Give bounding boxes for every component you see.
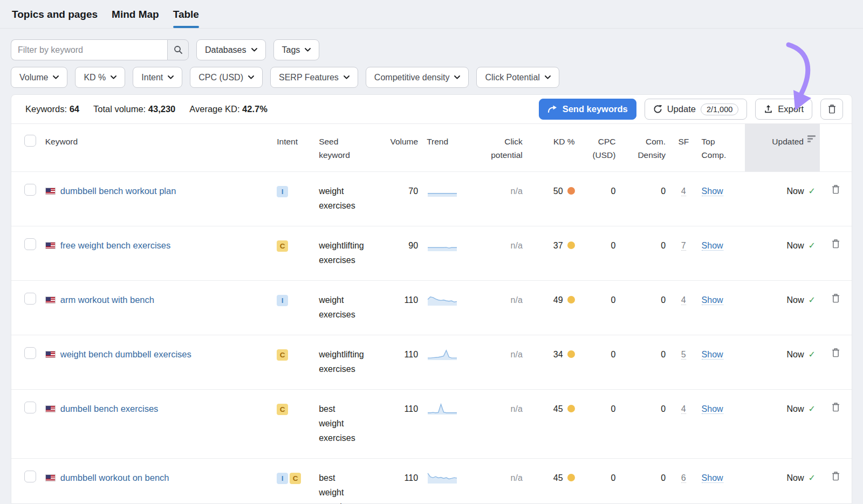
- serp-features-count[interactable]: 7: [681, 241, 686, 251]
- databases-dropdown[interactable]: Databases: [196, 39, 266, 60]
- chevron-down-icon: [53, 75, 59, 79]
- intent-badge[interactable]: C: [277, 404, 288, 415]
- col-header-seed-keyword[interactable]: Seed keyword: [314, 124, 378, 172]
- kd-filter-label: KD %: [84, 73, 106, 82]
- keywords-table: Keyword Intent Seed keyword Volume Trend…: [11, 124, 852, 504]
- updated-check-icon: ✓: [809, 404, 816, 413]
- row-checkbox[interactable]: [24, 238, 36, 250]
- row-checkbox[interactable]: [24, 347, 36, 359]
- intent-badge[interactable]: I: [277, 186, 288, 197]
- keyword-filter-input[interactable]: [11, 39, 167, 60]
- delete-keyword-button[interactable]: [831, 238, 841, 251]
- cpc-value: 0: [579, 226, 620, 281]
- intent-filter-dropdown[interactable]: Intent: [133, 67, 182, 88]
- serp-features-filter-dropdown[interactable]: SERP Features: [270, 67, 358, 88]
- intent-badge[interactable]: I: [277, 473, 288, 484]
- col-header-sf[interactable]: SF: [670, 124, 697, 172]
- click-potential-value: n/a: [511, 295, 523, 305]
- kd-filter-dropdown[interactable]: KD %: [75, 67, 125, 88]
- volume-filter-label: Volume: [19, 73, 48, 82]
- col-header-volume[interactable]: Volume: [378, 124, 422, 172]
- serp-features-count[interactable]: 4: [681, 404, 686, 414]
- us-flag-icon: [45, 296, 56, 303]
- delete-selected-button[interactable]: [820, 99, 843, 120]
- export-button[interactable]: Export: [755, 99, 812, 120]
- serp-features-count[interactable]: 6: [681, 473, 686, 483]
- trash-icon: [832, 185, 840, 194]
- seed-keyword: best weight exercises: [319, 402, 359, 445]
- row-checkbox[interactable]: [24, 471, 36, 482]
- send-keywords-button[interactable]: Send keywords: [539, 99, 636, 120]
- keyword-link[interactable]: arm workout with bench: [60, 293, 154, 307]
- update-button[interactable]: Update 2/1,000: [645, 99, 748, 120]
- updated-check-icon: ✓: [809, 473, 816, 482]
- col-header-kd[interactable]: KD %: [527, 124, 579, 172]
- trash-icon: [832, 403, 840, 412]
- serp-features-count[interactable]: 5: [681, 350, 686, 360]
- cpc-filter-label: CPC (USD): [198, 73, 243, 82]
- seed-keyword: weightlifting exercises: [319, 347, 359, 376]
- updated-value: Now: [787, 241, 804, 250]
- col-header-intent[interactable]: Intent: [272, 124, 314, 172]
- delete-keyword-button[interactable]: [831, 184, 841, 197]
- keyword-link[interactable]: dumbbell workout on bench: [60, 471, 169, 485]
- keyword-link[interactable]: weight bench dumbbell exercises: [60, 347, 191, 362]
- trash-icon: [832, 294, 840, 303]
- row-checkbox[interactable]: [24, 402, 36, 413]
- seed-keyword: weightlifting exercises: [319, 238, 359, 267]
- us-flag-icon: [45, 242, 56, 249]
- col-header-updated[interactable]: Updated: [745, 124, 820, 172]
- row-checkbox[interactable]: [24, 184, 36, 196]
- refresh-icon: [653, 105, 662, 114]
- trend-sparkline: [427, 293, 458, 311]
- keyword-link[interactable]: dumbbell bench workout plan: [60, 184, 176, 198]
- top-competitors-show-link[interactable]: Show: [702, 350, 723, 360]
- intent-badge[interactable]: C: [277, 240, 288, 252]
- top-competitors-show-link[interactable]: Show: [702, 241, 723, 251]
- volume-value: 110: [378, 390, 422, 459]
- intent-badge[interactable]: I: [277, 295, 288, 306]
- top-competitors-show-link[interactable]: Show: [702, 295, 723, 305]
- delete-keyword-button[interactable]: [831, 471, 841, 484]
- serp-features-count[interactable]: 4: [681, 187, 686, 196]
- col-header-top-comp[interactable]: Top Comp.: [697, 124, 745, 172]
- volume-filter-dropdown[interactable]: Volume: [11, 67, 67, 88]
- tab-topics-and-pages[interactable]: Topics and pages: [12, 9, 98, 28]
- col-header-click-potential[interactable]: Click potential: [475, 124, 527, 172]
- updated-value: Now: [787, 350, 804, 359]
- top-competitors-show-link[interactable]: Show: [702, 187, 723, 196]
- cpc-filter-dropdown[interactable]: CPC (USD): [190, 67, 263, 88]
- intent-badge[interactable]: C: [277, 349, 288, 361]
- search-icon: [174, 45, 183, 54]
- col-header-cpc[interactable]: CPC (USD): [579, 124, 620, 172]
- click-potential-filter-dropdown[interactable]: Click Potential: [476, 67, 559, 88]
- keyword-link[interactable]: dumbell bench exercises: [60, 402, 159, 416]
- delete-keyword-button[interactable]: [831, 402, 841, 415]
- tab-table[interactable]: Table: [173, 9, 199, 28]
- tags-dropdown[interactable]: Tags: [273, 39, 320, 60]
- com-density-value: 0: [620, 459, 670, 504]
- trash-icon: [828, 105, 836, 114]
- intent-badge[interactable]: C: [290, 473, 301, 484]
- delete-keyword-button[interactable]: [831, 347, 841, 360]
- tab-mind-map[interactable]: Mind Map: [112, 9, 159, 28]
- col-header-keyword[interactable]: Keyword: [41, 124, 273, 172]
- serp-features-count[interactable]: 4: [681, 295, 686, 305]
- chevron-down-icon: [168, 75, 174, 79]
- delete-keyword-button[interactable]: [831, 293, 841, 306]
- trend-sparkline: [427, 347, 458, 365]
- competitive-density-filter-dropdown[interactable]: Competitive density: [366, 67, 469, 88]
- top-competitors-show-link[interactable]: Show: [702, 473, 723, 483]
- updated-check-icon: ✓: [809, 187, 816, 196]
- top-competitors-show-link[interactable]: Show: [702, 404, 723, 414]
- col-header-com-density[interactable]: Com. Density: [620, 124, 670, 172]
- search-button[interactable]: [167, 39, 189, 60]
- seed-keyword: weight exercises: [319, 293, 359, 322]
- select-all-checkbox[interactable]: [24, 135, 36, 147]
- keyword-link[interactable]: free weight bench exercises: [60, 238, 171, 253]
- volume-value: 110: [378, 459, 422, 504]
- click-potential-filter-label: Click Potential: [485, 73, 539, 82]
- update-quota-badge: 2/1,000: [701, 103, 738, 115]
- row-checkbox[interactable]: [24, 293, 36, 305]
- kd-value: 37: [553, 241, 563, 250]
